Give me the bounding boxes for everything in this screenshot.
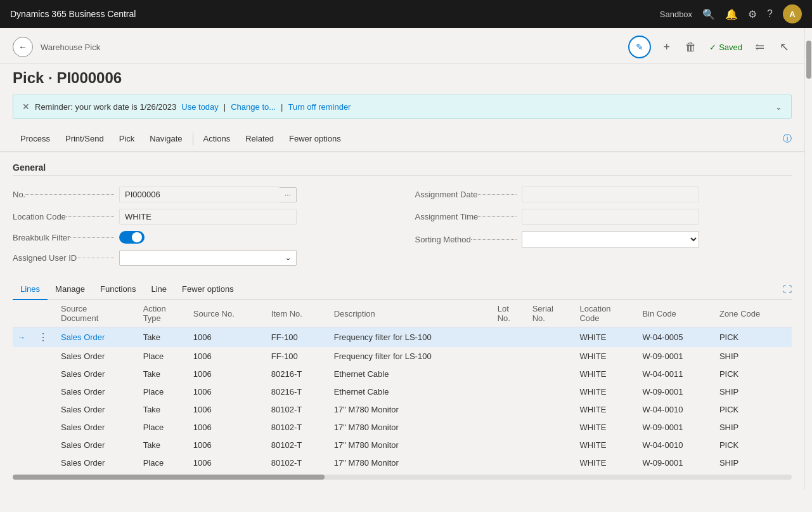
delete-button[interactable]: 🗑 <box>683 38 699 56</box>
tab-manage[interactable]: Manage <box>48 279 93 299</box>
content-area: ← Warehouse Pick ✎ + 🗑 ✓ Saved ⥢ ↖ Pick … <box>0 28 804 490</box>
row-location-code: WHITE <box>574 327 637 348</box>
tab-line[interactable]: Line <box>143 279 174 299</box>
source-document-link[interactable]: Sales Order <box>61 332 105 342</box>
tab-lines[interactable]: Lines <box>13 279 48 300</box>
row-lot-no <box>493 454 527 472</box>
notification-icon[interactable]: 🔔 <box>725 8 738 20</box>
back-button[interactable]: ← <box>13 37 33 57</box>
assigned-user-dropdown[interactable]: ⌄ <box>119 250 297 266</box>
table-row[interactable]: Sales OrderPlace100680102-T17" M780 Moni… <box>13 419 792 437</box>
horizontal-scrollbar[interactable] <box>13 475 792 480</box>
sorting-method-select[interactable] <box>522 231 699 248</box>
action-fewer-options[interactable]: Fewer options <box>281 129 349 148</box>
row-menu-cell <box>30 348 56 365</box>
action-bar: Process Print/Send Pick Navigate Actions… <box>0 126 804 152</box>
row-location-code: WHITE <box>574 383 637 401</box>
row-description: Ethernet Cable <box>329 365 493 383</box>
form-row-assignment-time: Assignment Time <box>415 206 792 228</box>
location-code-input[interactable] <box>119 209 297 225</box>
row-action-type: Place <box>138 419 188 437</box>
assigned-user-input[interactable] <box>120 251 280 265</box>
assignment-time-label: Assignment Time <box>415 212 479 221</box>
row-bin-code: W-04-0005 <box>637 327 714 348</box>
row-arrow-cell <box>13 383 30 401</box>
lines-expand-icon[interactable]: ⛶ <box>783 284 792 294</box>
user-avatar[interactable]: A <box>783 4 802 23</box>
edit-button[interactable]: ✎ <box>628 36 651 58</box>
action-info-icon[interactable]: ⓘ <box>783 133 792 145</box>
col-header-action-type: ActionType <box>138 300 188 327</box>
reminder-close-icon[interactable]: ✕ <box>22 102 30 112</box>
breakbulk-toggle[interactable] <box>119 231 145 244</box>
table-header: SourceDocument ActionType Source No. Ite… <box>13 300 792 327</box>
row-arrow-cell <box>13 454 30 472</box>
action-related[interactable]: Related <box>238 129 281 148</box>
change-to-link[interactable]: Change to... <box>231 102 276 112</box>
table-row[interactable]: Sales OrderPlace1006FF-100Frequency filt… <box>13 348 792 365</box>
table-row[interactable]: Sales OrderPlace100680102-T17" M780 Moni… <box>13 454 792 472</box>
action-actions[interactable]: Actions <box>196 129 238 148</box>
help-icon[interactable]: ? <box>767 8 773 20</box>
row-serial-no <box>527 383 575 401</box>
row-item-no: FF-100 <box>266 348 329 365</box>
tab-functions[interactable]: Functions <box>93 279 143 299</box>
row-zone-code: SHIP <box>714 348 792 365</box>
table-row[interactable]: Sales OrderTake100680102-T17" M780 Monit… <box>13 437 792 454</box>
action-navigate[interactable]: Navigate <box>142 129 190 148</box>
open-new-button[interactable]: ⥢ <box>752 37 767 56</box>
collapse-button[interactable]: ↖ <box>777 37 792 56</box>
action-separator <box>193 133 193 145</box>
add-button[interactable]: + <box>661 38 673 56</box>
row-source-no: 1006 <box>188 419 266 437</box>
row-source-no: 1006 <box>188 383 266 401</box>
no-lookup-button[interactable]: ··· <box>280 187 297 202</box>
row-zone-code: PICK <box>714 437 792 454</box>
row-lot-no <box>493 327 527 348</box>
table-row[interactable]: →⋮Sales OrderTake1006FF-100Frequency fil… <box>13 327 792 348</box>
checkmark-icon: ✓ <box>709 43 716 52</box>
col-header-lot-no: LotNo. <box>493 300 527 327</box>
form-row-no: No. ··· <box>13 183 390 206</box>
table-row[interactable]: Sales OrderPlace100680216-TEthernet Cabl… <box>13 383 792 401</box>
table-row[interactable]: Sales OrderTake100680216-TEthernet Cable… <box>13 365 792 383</box>
row-menu-cell: ⋮ <box>30 327 56 348</box>
assigned-user-dropdown-btn[interactable]: ⌄ <box>280 251 296 265</box>
row-arrow-cell <box>13 401 30 419</box>
action-process[interactable]: Process <box>13 129 58 148</box>
assignment-time-input[interactable] <box>522 209 699 225</box>
row-source-no: 1006 <box>188 327 266 348</box>
form-right-col: Assignment Date Assignment Time <box>415 183 792 269</box>
row-menu-button[interactable]: ⋮ <box>35 331 51 343</box>
col-header-arrow <box>13 300 30 327</box>
row-source-no: 1006 <box>188 348 266 365</box>
row-serial-no <box>527 365 575 383</box>
row-serial-no <box>527 419 575 437</box>
use-today-link[interactable]: Use today <box>181 102 219 112</box>
vertical-scrollbar[interactable] <box>804 28 812 490</box>
action-pick[interactable]: Pick <box>112 129 143 148</box>
col-header-zone-code: Zone Code <box>714 300 792 327</box>
reminder-expand-icon[interactable]: ⌄ <box>775 102 782 112</box>
table-row[interactable]: Sales OrderTake100680102-T17" M780 Monit… <box>13 401 792 419</box>
row-serial-no <box>527 437 575 454</box>
assignment-date-input[interactable] <box>522 187 699 202</box>
page-header: ← Warehouse Pick ✎ + 🗑 ✓ Saved ⥢ ↖ <box>0 28 804 64</box>
reminder-text: Reminder: your work date is 1/26/2023 <box>35 102 176 112</box>
row-source-document[interactable]: Sales Order <box>56 327 138 348</box>
row-source-document: Sales Order <box>56 348 138 365</box>
settings-icon[interactable]: ⚙ <box>748 8 757 20</box>
top-nav: Dynamics 365 Business Central Sandbox 🔍 … <box>0 0 812 28</box>
turn-off-link[interactable]: Turn off reminder <box>288 102 351 112</box>
row-menu-cell <box>30 401 56 419</box>
tab-fewer-options[interactable]: Fewer options <box>174 279 242 299</box>
general-form: No. ··· Location Code <box>13 183 792 269</box>
row-bin-code: W-04-0010 <box>637 437 714 454</box>
action-print-send[interactable]: Print/Send <box>58 129 112 148</box>
row-action-type: Take <box>138 401 188 419</box>
no-input[interactable] <box>119 187 280 202</box>
breadcrumb: Warehouse Pick <box>41 43 100 52</box>
search-icon[interactable]: 🔍 <box>702 8 715 20</box>
lines-tab-bar: Lines Manage Functions Line Fewer option… <box>13 279 792 300</box>
row-action-type: Place <box>138 383 188 401</box>
